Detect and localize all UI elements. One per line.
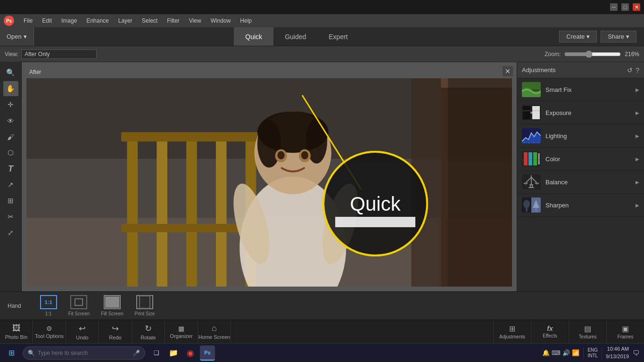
search-input[interactable] <box>38 350 130 356</box>
menu-edit[interactable]: Edit <box>38 16 56 25</box>
search-bar[interactable]: 🔍 🎤 <box>23 346 145 360</box>
share-button[interactable]: Share ▾ <box>601 31 636 42</box>
adjustment-sharpen[interactable]: Sharpen ▶ <box>517 194 644 217</box>
photo-bin-button[interactable]: 🖼 Photo Bin <box>0 320 33 343</box>
color-svg <box>522 151 541 166</box>
menu-filter[interactable]: Filter <box>163 16 183 25</box>
app-logo[interactable]: Ps <box>4 16 14 26</box>
menu-enhance[interactable]: Enhance <box>83 16 112 25</box>
undo-button[interactable]: ↩ Undo <box>66 320 99 343</box>
exposure-svg <box>522 105 541 120</box>
adjustment-color[interactable]: Color ▶ <box>517 148 644 171</box>
smart-fix-label: Smart Fix <box>545 86 631 93</box>
zoom-value: 216% <box>625 51 639 58</box>
balance-icon <box>522 174 541 189</box>
tool-zoom[interactable]: 🔍 <box>3 65 18 80</box>
tool-rotate[interactable]: ⤢ <box>3 225 18 240</box>
action-center-icon[interactable]: 🗨 <box>633 349 639 357</box>
tool-eye[interactable]: 👁 <box>3 113 18 128</box>
tool-redeye[interactable]: ✂ <box>3 209 18 224</box>
zoom-print-label: Print Size <box>135 311 155 316</box>
taskbar-photoshop[interactable]: Ps <box>200 346 215 361</box>
balance-label: Balance <box>545 179 631 186</box>
frames-label: Frames <box>618 334 634 339</box>
zoom-fit-label: Fit Screen <box>68 311 90 316</box>
rotate-button[interactable]: ↻ Rotate <box>132 320 165 343</box>
open-arrow: ▾ <box>24 33 27 40</box>
tool-options-button[interactable]: ⚙ Tool Options <box>33 320 66 343</box>
photo-bin-label: Photo Bin <box>5 334 28 340</box>
menu-select[interactable]: Select <box>138 16 161 25</box>
tool-hand[interactable]: ✋ <box>3 81 18 96</box>
adjustment-exposure[interactable]: Exposure ▶ <box>517 101 644 124</box>
tool-options-icon: ⚙ <box>46 325 52 332</box>
redo-label: Redo <box>109 335 121 340</box>
locale-label: INTL <box>587 353 598 359</box>
tool-options-label: Tool Options <box>35 333 64 339</box>
redo-button[interactable]: ↪ Redo <box>99 320 132 343</box>
textures-button[interactable]: ▤ Textures <box>569 320 606 343</box>
frames-button[interactable]: ▣ Frames <box>606 320 644 343</box>
menu-layer[interactable]: Layer <box>115 16 136 25</box>
taskbar: ⊞ 🔍 🎤 ❑ 📁 ◉ Ps 🔔 ⌨ 🔊 📶 ENG INTL 10:46 AM… <box>0 343 644 362</box>
photo-svg <box>26 78 512 287</box>
right-panel-header: Adjustments ↺ ? <box>517 62 644 78</box>
undo-label: Undo <box>76 335 88 340</box>
tab-expert[interactable]: Expert <box>317 27 359 46</box>
effects-icon: fx <box>547 325 553 332</box>
menu-help[interactable]: Help <box>236 16 256 25</box>
close-button[interactable]: ✕ <box>633 3 640 11</box>
network-icon[interactable]: 📶 <box>572 349 579 356</box>
tab-group: Quick Guided Expert <box>234 27 359 46</box>
tab-quick[interactable]: Quick <box>234 27 273 46</box>
tool-text[interactable]: T <box>3 161 18 176</box>
zoom-option-fill[interactable]: Fill Screen <box>101 295 123 316</box>
zoom-option-1-1[interactable]: 1:1 1:1 <box>40 295 57 316</box>
adjustment-balance[interactable]: Balance ▶ <box>517 171 644 194</box>
adjustment-smart-fix[interactable]: Smart Fix ▶ <box>517 78 644 101</box>
home-screen-button[interactable]: ⌂ Home Screen <box>198 320 231 343</box>
volume-icon[interactable]: 🔊 <box>562 349 570 356</box>
svg-point-60 <box>523 200 530 208</box>
menu-image[interactable]: Image <box>58 16 81 25</box>
organizer-button[interactable]: ▦ Organizer <box>165 320 198 343</box>
zoom-slider[interactable] <box>564 50 621 58</box>
menu-file[interactable]: File <box>20 16 36 25</box>
effects-button[interactable]: fx Effects <box>531 320 569 343</box>
maximize-button[interactable]: □ <box>621 3 629 11</box>
start-button[interactable]: ⊞ <box>0 344 23 362</box>
taskbar-task-view[interactable]: ❑ <box>149 346 164 361</box>
panel-reset-button[interactable]: ↺ <box>627 66 633 74</box>
zoom-option-fit[interactable]: Fit Screen <box>68 295 90 316</box>
tool-move[interactable]: ✛ <box>3 97 18 112</box>
tool-enhance[interactable]: ⬡ <box>3 145 18 160</box>
panel-help-button[interactable]: ? <box>636 66 639 74</box>
keyboard-icon[interactable]: ⌨ <box>552 349 561 356</box>
zoom-option-print[interactable]: Print Size <box>135 295 155 316</box>
tool-straighten[interactable]: ↗ <box>3 177 18 192</box>
menu-window[interactable]: Window <box>207 16 235 25</box>
tool-brush[interactable]: 🖌 <box>3 129 18 144</box>
canvas-close-button[interactable]: ✕ <box>503 66 513 76</box>
create-button[interactable]: Create ▾ <box>559 31 597 42</box>
view-select[interactable]: After Only Before Only Before & After - … <box>21 49 97 59</box>
minimize-button[interactable]: ─ <box>610 3 618 11</box>
taskbar-explorer[interactable]: 📁 <box>166 346 181 361</box>
open-button[interactable]: Open ▾ <box>0 27 34 46</box>
adjustments-right-button[interactable]: ⊞ Adjustments <box>493 320 531 343</box>
menu-view[interactable]: View <box>185 16 205 25</box>
organizer-label: Organizer <box>170 333 192 339</box>
adjustment-lighting[interactable]: Lighting ▶ <box>517 124 644 148</box>
effects-label: Effects <box>543 333 557 338</box>
smart-fix-svg <box>522 82 541 97</box>
tab-guided[interactable]: Guided <box>273 27 317 46</box>
adjustments-title: Adjustments <box>522 66 556 74</box>
adjustments-right-label: Adjustments <box>499 334 525 339</box>
tool-crop[interactable]: ⊞ <box>3 193 18 208</box>
after-label: After <box>29 69 41 75</box>
exposure-icon <box>522 105 541 120</box>
color-label: Color <box>545 156 631 163</box>
taskbar-chrome[interactable]: ◉ <box>183 346 198 361</box>
smart-fix-arrow: ▶ <box>636 87 639 92</box>
notification-tray-icon[interactable]: 🔔 <box>542 349 550 356</box>
